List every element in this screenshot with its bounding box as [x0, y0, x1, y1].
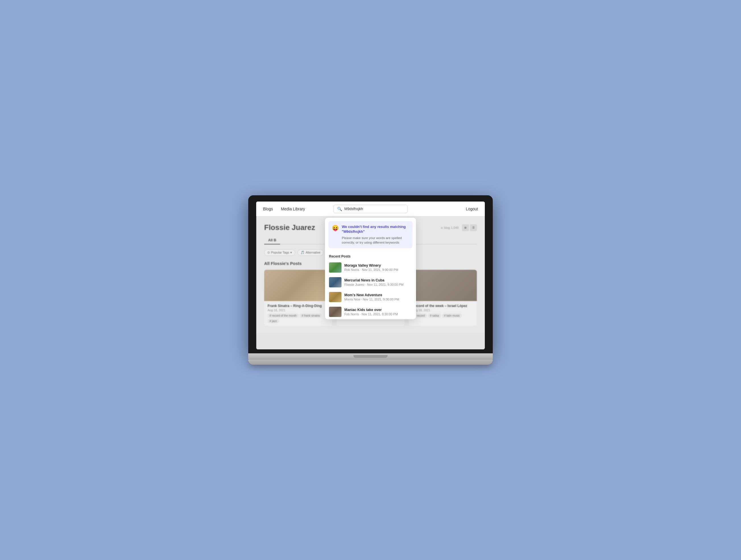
- search-dropdown: 😝 We couldn't find any results matching …: [325, 218, 416, 319]
- recent-post-item[interactable]: Maniac Kids take over Fob Norris · Nov 1…: [325, 304, 416, 319]
- no-results-title: We couldn't find any results matching "M…: [342, 224, 409, 234]
- post-card-tags: # record# salsa# latin music: [412, 313, 473, 318]
- logout-button[interactable]: Logout: [466, 207, 478, 211]
- recent-posts-list: Moraga Valley Winery Rob Norris · Nov 11…: [325, 260, 416, 319]
- tab-all[interactable]: All B: [264, 236, 280, 244]
- tag-popular[interactable]: ⊙ Popular Tags ▾: [264, 249, 295, 256]
- tag-alternative[interactable]: 🎵 Alternative: [297, 249, 324, 256]
- post-card[interactable]: Frank Sinatra – Ring-A-Ding-Ding Aug 18,…: [264, 270, 332, 326]
- post-card-date: Aug 18, 2021: [412, 308, 473, 312]
- post-tag: # salsa: [428, 313, 441, 318]
- post-tag: # record of the month: [268, 313, 298, 318]
- post-thumbnail: [329, 307, 341, 317]
- post-card[interactable]: Record of the week – Israel López Aug 18…: [409, 270, 477, 326]
- post-tag: # frank sinatra: [300, 313, 322, 318]
- recent-post-item[interactable]: Moraga Valley Winery Rob Norris · Nov 11…: [325, 260, 416, 275]
- laptop-container: Blogs Media Library 🔍 M9dsfhsjkh 😝: [248, 195, 493, 365]
- post-title: Moraga Valley Winery: [344, 264, 398, 268]
- post-card-title: Record of the week – Israel López: [412, 304, 473, 308]
- post-card-image: [264, 270, 332, 301]
- navbar: Blogs Media Library 🔍 M9dsfhsjkh 😝: [256, 202, 485, 216]
- page-title: Flossie Juarez: [264, 223, 315, 232]
- recent-post-item[interactable]: Mercurial News in Cuba Flossie Juarez · …: [325, 275, 416, 290]
- no-results-box: 😝 We couldn't find any results matching …: [328, 221, 413, 248]
- screen-bezel: Blogs Media Library 🔍 M9dsfhsjkh 😝: [248, 195, 493, 353]
- post-thumbnail: [329, 292, 341, 302]
- no-results-emoji: 😝: [332, 224, 339, 231]
- laptop-base: [248, 353, 493, 360]
- recent-posts-label: Recent Posts: [325, 252, 416, 260]
- popular-icon: ⊙: [267, 251, 270, 255]
- no-results-hint: Please make sure your words are spelled …: [342, 236, 409, 245]
- no-results-content: We couldn't find any results matching "M…: [342, 224, 409, 245]
- post-tag: # jazz: [268, 319, 279, 323]
- post-card-body: Frank Sinatra – Ring-A-Ding-Ding Aug 18,…: [264, 301, 332, 326]
- alt-icon: 🎵: [300, 251, 305, 255]
- nav-media-library[interactable]: Media Library: [281, 207, 305, 211]
- popular-chevron: ▾: [290, 251, 292, 255]
- blog-stat: ic blog 1,048: [441, 226, 459, 229]
- post-card-body: Record of the week – Israel López Aug 18…: [409, 301, 477, 321]
- list-view-button[interactable]: ☰: [470, 224, 477, 231]
- post-card-image: [409, 270, 477, 301]
- laptop-bottom: [248, 360, 493, 365]
- post-card-date: Aug 18, 2021: [268, 308, 329, 312]
- nav-links: Blogs Media Library: [263, 207, 334, 211]
- laptop-screen: Blogs Media Library 🔍 M9dsfhsjkh 😝: [256, 202, 485, 349]
- search-container: 🔍 M9dsfhsjkh 😝 We couldn't find any resu…: [334, 205, 407, 213]
- header-right: ic blog 1,048 ⊞ ☰: [441, 224, 477, 231]
- post-title: Mercurial News in Cuba: [344, 278, 403, 282]
- search-icon: 🔍: [337, 207, 342, 211]
- app-window: Blogs Media Library 🔍 M9dsfhsjkh 😝: [256, 202, 485, 349]
- search-box[interactable]: 🔍 M9dsfhsjkh: [334, 205, 407, 213]
- post-title: Mom's New Adventure: [344, 293, 399, 297]
- post-thumbnail: [329, 262, 341, 273]
- post-meta: Rob Norris · Nov 11, 2021, 9:30:00 PM: [344, 268, 398, 272]
- post-card-title: Frank Sinatra – Ring-A-Ding-Ding: [268, 304, 329, 308]
- post-thumbnail: [329, 277, 341, 287]
- post-info: Moraga Valley Winery Rob Norris · Nov 11…: [344, 264, 398, 272]
- post-info: Mom's New Adventure Morris Nice · Nov 11…: [344, 293, 399, 301]
- post-tag: # latin music: [442, 313, 462, 318]
- post-meta: Morris Nice · Nov 11, 2021, 9:30:00 PM: [344, 298, 399, 301]
- laptop-hinge: [353, 355, 388, 358]
- popular-label: Popular Tags: [271, 251, 289, 254]
- view-toggle: ⊞ ☰: [462, 224, 477, 231]
- post-info: Maniac Kids take over Fob Norris · Nov 1…: [344, 308, 398, 316]
- post-title: Maniac Kids take over: [344, 308, 398, 312]
- grid-view-button[interactable]: ⊞: [462, 224, 469, 231]
- alt-label: Alternative: [306, 251, 321, 254]
- post-meta: Flossie Juarez · Nov 11, 2021, 9:30:00 P…: [344, 283, 403, 286]
- post-meta: Fob Norris · Nov 11, 2021, 9:30:00 PM: [344, 312, 398, 316]
- recent-post-item[interactable]: Mom's New Adventure Morris Nice · Nov 11…: [325, 290, 416, 304]
- post-info: Mercurial News in Cuba Flossie Juarez · …: [344, 278, 403, 286]
- post-card-tags: # record of the month# frank sinatra# ja…: [268, 313, 329, 323]
- nav-blogs[interactable]: Blogs: [263, 207, 273, 211]
- nav-right: Logout: [407, 207, 478, 211]
- search-input-value[interactable]: M9dsfhsjkh: [344, 207, 363, 211]
